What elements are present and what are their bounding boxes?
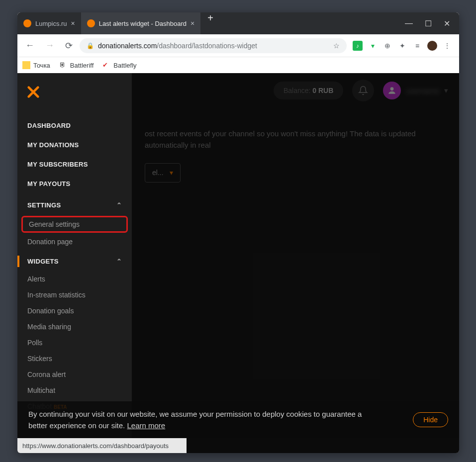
nav-label: My donations bbox=[27, 141, 79, 149]
bookmark-tochka[interactable]: Точка bbox=[22, 61, 50, 69]
nav-label: Widgets bbox=[27, 258, 59, 265]
favicon bbox=[87, 19, 95, 27]
caret-down-icon: ▾ bbox=[170, 168, 173, 179]
nav-label: Alerts bbox=[27, 275, 45, 283]
nav-general-settings[interactable]: General settings bbox=[21, 216, 128, 233]
bookmark-label: Точка bbox=[33, 62, 50, 69]
nav-label: Dashboard bbox=[27, 122, 71, 129]
svg-point-0 bbox=[390, 87, 394, 91]
bookmark-battleriff[interactable]: ⛨ Battleriff bbox=[59, 61, 94, 69]
cookie-text: By continuing your visit on our website,… bbox=[28, 408, 362, 432]
chevron-up-icon: ⌃ bbox=[116, 201, 122, 209]
cookie-line: better experience on our site. bbox=[28, 421, 125, 430]
star-icon[interactable]: ☆ bbox=[333, 42, 340, 50]
close-icon[interactable]: × bbox=[71, 19, 75, 27]
app-header: Balance: 0 RUB username ▾ bbox=[132, 73, 459, 108]
minimize-button[interactable]: — bbox=[405, 19, 413, 28]
menu-icon[interactable]: ⋮ bbox=[442, 41, 452, 51]
bookmarks-bar: Точка ⛨ Battleriff ✔ Battlefly bbox=[17, 57, 459, 73]
nav-my-subscribers[interactable]: My subscribers bbox=[17, 155, 132, 174]
bookmark-icon: ⛨ bbox=[59, 61, 67, 69]
close-icon[interactable]: × bbox=[190, 19, 194, 27]
nav-label: Media sharing bbox=[27, 323, 71, 331]
chevron-down-icon: ▾ bbox=[444, 86, 448, 95]
nav-label: General settings bbox=[29, 220, 80, 228]
sidebar: Dashboard My donations My subscribers My… bbox=[17, 73, 132, 453]
main-area: ost recent events of your channel so you… bbox=[132, 128, 459, 183]
nav-label: Settings bbox=[27, 201, 61, 209]
nav-my-payouts[interactable]: My payouts bbox=[17, 174, 132, 193]
notifications-button[interactable] bbox=[352, 80, 374, 101]
nav-media-sharing[interactable]: Media sharing bbox=[17, 319, 132, 335]
user-menu[interactable]: username ▾ bbox=[383, 82, 448, 99]
tab-strip: Lumpics.ru × Last alerts widget - Dashbo… bbox=[17, 12, 396, 34]
nav-widgets[interactable]: Widgets ⌃ bbox=[17, 252, 132, 271]
nav-label: Multichat bbox=[27, 386, 55, 394]
close-icon bbox=[26, 85, 40, 99]
nav-my-donations[interactable]: My donations bbox=[17, 135, 132, 155]
nav-label: Corona alert bbox=[27, 370, 66, 378]
nav-alerts[interactable]: Alerts bbox=[17, 271, 132, 287]
balance-pill[interactable]: Balance: 0 RUB bbox=[274, 82, 343, 99]
nav-donation-goals[interactable]: Donation goals bbox=[17, 303, 132, 319]
chevron-up-icon: ⌃ bbox=[116, 258, 122, 265]
extensions-icon[interactable]: ✦ bbox=[397, 41, 407, 51]
profile-avatar[interactable] bbox=[427, 41, 437, 51]
url-path: /dashboard/lastdonations-widget bbox=[157, 42, 257, 50]
learn-more-link[interactable]: Learn more bbox=[127, 421, 165, 430]
bookmark-label: Battleriff bbox=[70, 62, 94, 69]
reload-button[interactable]: ⟳ bbox=[61, 38, 77, 53]
lock-icon: 🔒 bbox=[87, 42, 94, 49]
nav-polls[interactable]: Polls bbox=[17, 335, 132, 351]
browser-window: Lumpics.ru × Last alerts widget - Dashbo… bbox=[17, 12, 459, 453]
nav-multichat[interactable]: Multichat bbox=[17, 382, 132, 398]
back-button[interactable]: ← bbox=[21, 38, 38, 53]
filter-dropdown[interactable]: el... ▾ bbox=[145, 163, 181, 183]
nav-label: Donation page bbox=[27, 238, 73, 246]
close-button[interactable]: ✕ bbox=[444, 19, 450, 28]
nav-list: Dashboard My donations My subscribers My… bbox=[17, 116, 132, 414]
balance-label: Balance: bbox=[284, 87, 310, 94]
maximize-button[interactable]: ☐ bbox=[425, 19, 432, 28]
new-tab-button[interactable]: + bbox=[200, 12, 220, 34]
bookmark-label: Battlefly bbox=[113, 62, 136, 69]
tab-lumpics[interactable]: Lumpics.ru × bbox=[17, 12, 81, 34]
tab-title: Lumpics.ru bbox=[35, 20, 67, 27]
tab-dashboard[interactable]: Last alerts widget - Dashboard × bbox=[81, 12, 201, 34]
ext-shield-icon[interactable]: ▾ bbox=[368, 41, 378, 51]
nav-corona-alert[interactable]: Corona alert bbox=[17, 367, 132, 382]
nav-label: My payouts bbox=[27, 180, 71, 187]
dropdown-value: el... bbox=[152, 168, 164, 179]
ext-list-icon[interactable]: ≡ bbox=[412, 41, 422, 51]
status-bar: https://www.donationalerts.com/dashboard… bbox=[17, 438, 187, 453]
ext-globe-icon[interactable]: ⊕ bbox=[382, 41, 392, 51]
nav-stickers[interactable]: Stickers bbox=[17, 351, 132, 367]
bookmark-battlefly[interactable]: ✔ Battlefly bbox=[102, 61, 136, 69]
url-domain: donationalerts.com bbox=[98, 42, 157, 50]
window-controls: — ☐ ✕ bbox=[396, 19, 459, 28]
extension-icons: ♪ ▾ ⊕ ✦ ≡ ⋮ bbox=[350, 41, 455, 51]
nav-label: My subscribers bbox=[27, 161, 88, 168]
hide-button[interactable]: Hide bbox=[413, 412, 448, 427]
url-input[interactable]: 🔒 donationalerts.com /dashboard/lastdona… bbox=[80, 38, 347, 53]
tab-title: Last alerts widget - Dashboard bbox=[99, 20, 187, 27]
favicon bbox=[23, 19, 31, 27]
nav-settings[interactable]: Settings ⌃ bbox=[17, 195, 132, 215]
nav-label: Stickers bbox=[27, 355, 52, 363]
sidebar-close-button[interactable] bbox=[17, 82, 132, 116]
hover-url: https://www.donationalerts.com/dashboard… bbox=[22, 442, 169, 450]
forward-button[interactable]: → bbox=[41, 38, 58, 53]
nav-instream-stats[interactable]: In-stream statistics bbox=[17, 287, 132, 303]
cookie-banner: By continuing your visit on our website,… bbox=[17, 401, 459, 439]
bookmark-icon: ✔ bbox=[102, 61, 110, 69]
cookie-line: By continuing your visit on our website,… bbox=[28, 410, 362, 418]
nav-label: Donation goals bbox=[27, 307, 74, 315]
app-content: Balance: 0 RUB username ▾ ost recent eve… bbox=[17, 73, 459, 453]
ext-music-icon[interactable]: ♪ bbox=[353, 41, 363, 51]
nav-donation-page[interactable]: Donation page bbox=[17, 234, 132, 250]
titlebar: Lumpics.ru × Last alerts widget - Dashbo… bbox=[17, 12, 459, 34]
nav-label: Polls bbox=[27, 339, 42, 347]
bell-icon bbox=[358, 86, 368, 95]
nav-dashboard[interactable]: Dashboard bbox=[17, 116, 132, 135]
balance-value: 0 RUB bbox=[312, 87, 333, 94]
